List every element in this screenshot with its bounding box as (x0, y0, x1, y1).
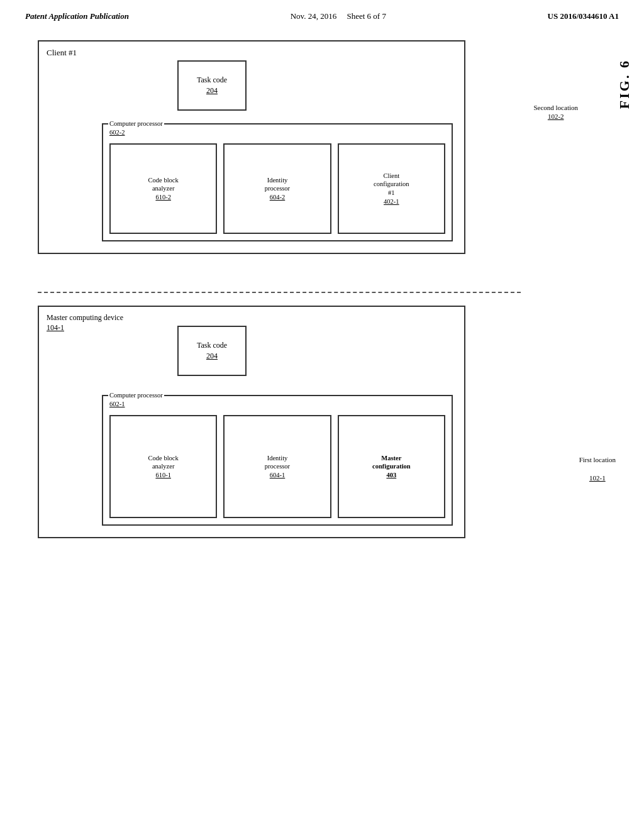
lower-processor-ref: 602-1 (109, 401, 125, 407)
upper-diagram-section: Second location 102-2 Client #1 Task cod… (38, 40, 606, 273)
lower-master-config: Master configuration 403 (338, 415, 445, 518)
upper-outer-diagram: Client #1 Task code 204 Computer process… (38, 40, 491, 273)
lower-outer-box-label: Master computing device 104-1 (47, 313, 123, 333)
header-patent: US 2016/0344610 A1 (548, 11, 619, 21)
lower-diagram-section: Master computing device 104-1 Task code … (38, 306, 606, 557)
upper-cc-label: Client configuration #1 (374, 172, 409, 197)
upper-processor-ref: 602-2 (109, 129, 125, 136)
header-right: US 2016/0344610 A1 (548, 11, 619, 21)
master-device-label: Master computing device (47, 313, 123, 322)
lower-processor-label: Computer processor 602-1 (108, 391, 164, 408)
upper-outer-box: Client #1 Task code 204 Computer process… (38, 40, 465, 254)
page-header: Patent Application Publication Nov. 24, … (0, 0, 644, 28)
lower-mc-label: Master configuration (372, 454, 411, 471)
lower-processor-box: Computer processor 602-1 Code block anal… (102, 395, 453, 526)
upper-components-row: Code block analyzer 610-2 Identity proce… (109, 143, 445, 234)
upper-cc-ref: 402-1 (384, 197, 399, 206)
header-date: Nov. 24, 2016 (291, 11, 337, 21)
second-location-label: Second location 102-2 (533, 103, 578, 121)
upper-ip-ref: 604-2 (270, 193, 286, 202)
upper-task-code-ref: 204 (206, 86, 218, 96)
lower-ip-ref: 604-1 (270, 471, 286, 480)
header-left: Patent Application Publication (25, 11, 129, 21)
lower-task-code-ref: 204 (206, 351, 218, 362)
lower-task-code-label: Task code (197, 340, 227, 351)
upper-processor-label: Computer processor 602-2 (108, 119, 164, 136)
second-location-ref: 102-2 (533, 112, 578, 121)
upper-cba-label: Code block analyzer (148, 176, 179, 193)
lower-code-block-analyzer: Code block analyzer 610-1 (109, 415, 217, 518)
lower-cba-label: Code block analyzer (148, 454, 179, 471)
upper-processor-label-text: Computer processor (109, 120, 163, 127)
upper-client-config: Client configuration #1 402-1 (338, 143, 445, 234)
lower-task-code-box: Task code 204 (177, 326, 247, 376)
upper-code-block-analyzer: Code block analyzer 610-2 (109, 143, 217, 234)
fig-label: FIG. 6 (616, 59, 633, 109)
lower-outer-diagram: Master computing device 104-1 Task code … (38, 306, 491, 557)
lower-mc-ref: 403 (386, 471, 396, 480)
lower-processor-label-text: Computer processor (109, 392, 163, 399)
upper-cba-ref: 610-2 (155, 193, 171, 202)
header-left-text: Patent Application Publication (25, 11, 129, 21)
page-content: FIG. 6 Second location 102-2 Client #1 T… (0, 28, 644, 576)
upper-task-code-label: Task code (197, 75, 227, 86)
second-location-text: Second location (533, 103, 578, 112)
upper-outer-box-label: Client #1 (47, 48, 77, 58)
fig-label-text: FIG. 6 (616, 59, 632, 109)
header-sheet: Sheet 6 of 7 (347, 11, 386, 21)
dashed-divider (38, 292, 521, 293)
upper-processor-box: Computer processor 602-2 Code block anal… (102, 123, 453, 241)
lower-ip-label: Identity processor (265, 454, 290, 471)
lower-components-row: Code block analyzer 610-1 Identity proce… (109, 415, 445, 518)
upper-task-code-box: Task code 204 (177, 60, 247, 111)
upper-ip-label: Identity processor (265, 176, 290, 193)
lower-cba-ref: 610-1 (155, 471, 171, 480)
header-center: Nov. 24, 2016 Sheet 6 of 7 (291, 11, 386, 21)
lower-identity-processor: Identity processor 604-1 (223, 415, 331, 518)
upper-identity-processor: Identity processor 604-2 (223, 143, 331, 234)
master-device-ref: 104-1 (47, 323, 64, 332)
lower-outer-box: Master computing device 104-1 Task code … (38, 306, 465, 538)
client-label: Client #1 (47, 48, 77, 57)
